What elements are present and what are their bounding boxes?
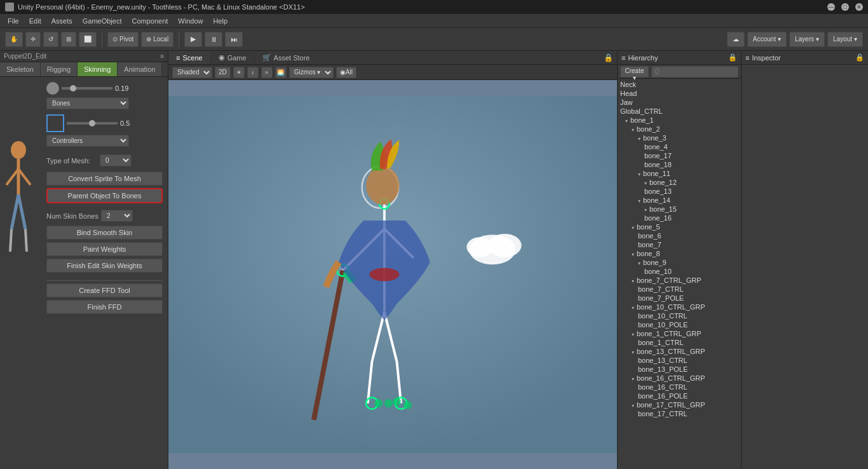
window-controls[interactable]: — □ ✕ [827,3,863,11]
parent-object-btn[interactable]: Parent Object To Bones [46,188,163,203]
slider-2[interactable] [67,122,118,125]
create-ffd-btn[interactable]: Create FFD Tool [46,283,163,297]
tree-bone-7-pole[interactable]: bone_7_POLE [618,294,741,302]
left-panel: Puppet2D_Edit ≡ Skeleton Rigging Skinnin… [0,51,168,469]
slider2-dropdown[interactable]: Controllers [46,135,129,147]
tree-bone-7[interactable]: bone_7 [618,240,741,249]
audio-icon[interactable]: ♪ [247,67,259,78]
shading-select[interactable]: Shaded [172,67,212,78]
cloud-button[interactable]: ☁ [727,32,745,47]
tree-bone-12[interactable]: ▾bone_12 [618,178,741,187]
tree-bone-17-ctrl-grp[interactable]: ▾bone_17_CTRL_GRP [618,400,741,409]
tree-bone-16-ctrl[interactable]: bone_16_CTRL [618,383,741,391]
maximize-button[interactable]: □ [841,3,849,11]
tree-bone-3[interactable]: ▾bone_3 [618,133,741,142]
hierarchy-search[interactable] [651,66,738,78]
move-tool-button[interactable]: ✛ [25,32,41,47]
skybox-icon[interactable]: 🌅 [275,67,287,78]
tree-bone-1[interactable]: ▾bone_1 [618,116,741,125]
tree-bone-9[interactable]: ▾bone_9 [618,258,741,267]
slider-1[interactable] [62,87,112,90]
play-button[interactable]: ▶ [184,32,202,47]
menu-help[interactable]: Help [208,16,233,26]
scene-viewport[interactable] [168,80,617,469]
finish-ffd-btn[interactable]: Finish FFD [46,300,163,314]
local-button[interactable]: ⊕ Local [141,32,173,47]
tab-asset-store[interactable]: 🛒 Asset Store [255,51,318,64]
tree-bone-7-ctrl[interactable]: bone_7_CTRL [618,285,741,294]
hierarchy-create-btn[interactable]: Create ▾ [620,66,649,78]
tree-bone-1-ctrl-grp[interactable]: ▾bone_1_CTRL_GRP [618,329,741,338]
type-of-mesh-select[interactable]: 0 [100,154,132,167]
tree-bone-10-pole[interactable]: bone_10_POLE [618,320,741,329]
bind-smooth-btn[interactable]: Bind Smooth Skin [46,226,163,240]
tree-bone-5[interactable]: ▾bone_5 [618,222,741,231]
tree-bone-10[interactable]: bone_10 [618,267,741,276]
tab-scene[interactable]: ≡ Scene [168,51,211,64]
tree-jaw[interactable]: Jaw [618,98,741,107]
tree-bone-13-ctrl[interactable]: bone_13_CTRL [618,356,741,365]
menu-edit[interactable]: Edit [24,16,46,26]
tab-animation[interactable]: Animation [118,62,162,76]
tree-bone-4[interactable]: bone_4 [618,142,741,151]
finish-edit-btn[interactable]: Finish Edit Skin Weights [46,259,163,273]
tree-bone-10-ctrl-grp[interactable]: ▾bone_10_CTRL_GRP [618,302,741,311]
tree-bone-16[interactable]: bone_16 [618,214,741,222]
slider1-dropdown[interactable]: Bones [46,97,129,109]
tree-bone-10-ctrl[interactable]: bone_10_CTRL [618,311,741,320]
convert-sprite-btn[interactable]: Convert Sprite To Mesh [46,172,163,186]
pause-button[interactable]: ⏸ [205,32,222,47]
scene-lock-icon[interactable]: 🔒 [604,53,613,62]
tree-bone-17[interactable]: bone_17 [618,151,741,160]
pivot-button[interactable]: ⊙ Pivot [107,32,139,47]
minimize-button[interactable]: — [827,3,835,11]
tree-bone-2[interactable]: ▾bone_2 [618,125,741,133]
num-skin-bones-select[interactable]: 2 [101,210,133,222]
layout-dropdown[interactable]: Layout ▾ [827,32,863,47]
effects-icon[interactable]: ≈ [261,67,273,78]
all-btn[interactable]: ◉All [336,67,356,78]
tree-bone-18[interactable]: bone_18 [618,160,741,169]
tab-rigging[interactable]: Rigging [41,62,78,76]
gizmos-select[interactable]: Gizmos ▾ [289,67,334,78]
tree-global-ctrl[interactable]: Global_CTRL [618,107,741,116]
sprite-preview [1,134,36,261]
tree-bone-16-ctrl-grp[interactable]: ▾bone_16_CTRL_GRP [618,374,741,383]
tree-bone-11[interactable]: ▾bone_11 [618,169,741,178]
tree-bone-6[interactable]: bone_6 [618,231,741,240]
2d-btn[interactable]: 2D [215,67,231,78]
tab-game[interactable]: ◉ Game [211,51,255,64]
paint-weights-btn[interactable]: Paint Weights [46,242,163,256]
tree-bone-1-ctrl[interactable]: bone_1_CTRL [618,338,741,347]
tab-skeleton[interactable]: Skeleton [0,62,41,76]
tree-bone-13-ctrl-grp[interactable]: ▾bone_13_CTRL_GRP [618,347,741,356]
tab-skinning[interactable]: Skinning [78,62,118,76]
tree-bone-15[interactable]: ▾bone_15 [618,205,741,214]
lighting-icon[interactable]: ☀ [233,67,245,78]
tree-bone-17-ctrl[interactable]: bone_17_CTRL [618,409,741,418]
local-label: Local [153,36,168,43]
inspector-lock-icon[interactable]: 🔒 [855,53,864,62]
menu-gameobject[interactable]: GameObject [78,16,127,26]
menu-window[interactable]: Window [173,16,208,26]
menu-component[interactable]: Component [126,16,173,26]
close-button[interactable]: ✕ [855,3,863,11]
tree-head[interactable]: Head [618,89,741,98]
tree-neck[interactable]: Neck [618,80,741,89]
tree-bone-8[interactable]: ▾bone_8 [618,249,741,258]
hierarchy-lock[interactable]: 🔒 [728,53,737,62]
hand-tool-button[interactable]: ✋ [5,32,23,47]
scale-tool-button[interactable]: ⊞ [61,32,76,47]
tree-bone-13-pole[interactable]: bone_13_POLE [618,365,741,374]
account-dropdown[interactable]: Account ▾ [747,32,787,47]
tree-bone-14[interactable]: ▾bone_14 [618,196,741,205]
menu-file[interactable]: File [3,16,24,26]
rotate-tool-button[interactable]: ↺ [43,32,58,47]
step-button[interactable]: ⏭ [225,32,243,47]
layers-dropdown[interactable]: Layers ▾ [789,32,825,47]
tree-bone-7-ctrl-grp[interactable]: ▾bone_7_CTRL_GRP [618,276,741,285]
tree-bone-13[interactable]: bone_13 [618,187,741,196]
menu-assets[interactable]: Assets [46,16,78,26]
tree-bone-16-pole[interactable]: bone_16_POLE [618,391,741,400]
rect-tool-button[interactable]: ⬜ [79,32,97,47]
